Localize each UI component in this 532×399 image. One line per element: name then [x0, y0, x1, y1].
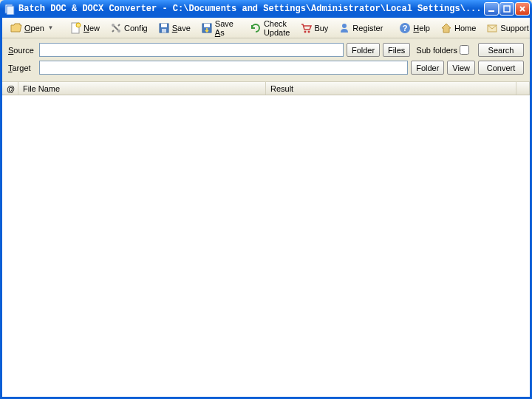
window-controls [484, 2, 530, 16]
target-row: Target Folder View Convert [8, 61, 524, 75]
subfolders-check-wrap: Sub folders [416, 45, 469, 55]
svg-point-8 [112, 24, 115, 27]
svg-rect-3 [504, 6, 510, 12]
source-folder-button[interactable]: Folder [347, 43, 380, 57]
target-input[interactable] [39, 61, 408, 75]
help-icon: ? [399, 22, 411, 34]
mail-icon [486, 22, 498, 34]
support-button[interactable]: Support [482, 20, 532, 36]
source-label: Source [8, 46, 36, 55]
user-icon [338, 22, 350, 34]
col-result[interactable]: Result [266, 82, 516, 95]
home-icon [440, 22, 452, 34]
svg-rect-14 [204, 24, 210, 27]
close-button[interactable] [515, 2, 530, 16]
source-input[interactable] [39, 43, 344, 57]
path-panel: Source Folder Files Sub folders Search T… [2, 38, 530, 81]
save-button[interactable]: Save [154, 20, 195, 36]
view-button[interactable]: View [447, 61, 475, 75]
refresh-icon [250, 22, 262, 34]
subfolders-checkbox[interactable] [460, 45, 469, 55]
titlebar: Batch DOC & DOCX Converter - C:\Document… [0, 0, 532, 18]
gear-icon [110, 22, 122, 34]
window-body: Open ▼ New Config Save Save As Check Upd… [0, 18, 532, 399]
target-folder-button[interactable]: Folder [411, 61, 444, 75]
new-button[interactable]: New [65, 20, 104, 36]
svg-rect-11 [161, 24, 167, 27]
save-as-button[interactable]: Save As [197, 17, 238, 39]
main-toolbar: Open ▼ New Config Save Save As Check Upd… [2, 18, 530, 38]
cart-icon [300, 22, 312, 34]
new-doc-icon [69, 22, 81, 34]
table-header: @ File Name Result [2, 81, 530, 95]
config-button[interactable]: Config [106, 20, 152, 36]
svg-point-16 [308, 30, 310, 33]
home-button[interactable]: Home [436, 20, 480, 36]
source-files-button[interactable]: Files [383, 43, 410, 57]
svg-text:?: ? [403, 24, 408, 33]
open-button[interactable]: Open ▼ [6, 20, 58, 36]
folder-open-icon [10, 22, 22, 34]
subfolders-label: Sub folders [416, 46, 457, 55]
svg-rect-2 [488, 10, 494, 12]
col-at[interactable]: @ [2, 82, 18, 95]
convert-button[interactable]: Convert [478, 61, 524, 75]
col-end [516, 82, 530, 95]
floppy-icon [158, 22, 170, 34]
dropdown-arrow-icon: ▼ [48, 25, 53, 30]
svg-point-9 [117, 30, 120, 33]
table-body [2, 95, 530, 397]
target-label: Target [8, 64, 36, 72]
app-icon [4, 3, 16, 15]
minimize-button[interactable] [484, 2, 499, 16]
col-filename[interactable]: File Name [18, 82, 266, 95]
svg-point-17 [342, 24, 347, 28]
help-button[interactable]: ? Help [395, 20, 434, 36]
window-title: Batch DOC & DOCX Converter - C:\Document… [18, 4, 484, 14]
buy-button[interactable]: Buy [296, 20, 332, 36]
svg-rect-1 [7, 6, 14, 15]
check-update-button[interactable]: Check Update [245, 17, 294, 39]
maximize-button[interactable] [499, 2, 514, 16]
svg-point-7 [76, 23, 81, 27]
source-row: Source Folder Files Sub folders Search [8, 43, 524, 57]
search-button[interactable]: Search [478, 43, 524, 57]
floppy-arrow-icon [201, 22, 213, 34]
register-button[interactable]: Register [334, 20, 387, 36]
svg-rect-12 [162, 29, 166, 33]
svg-point-15 [304, 30, 307, 33]
